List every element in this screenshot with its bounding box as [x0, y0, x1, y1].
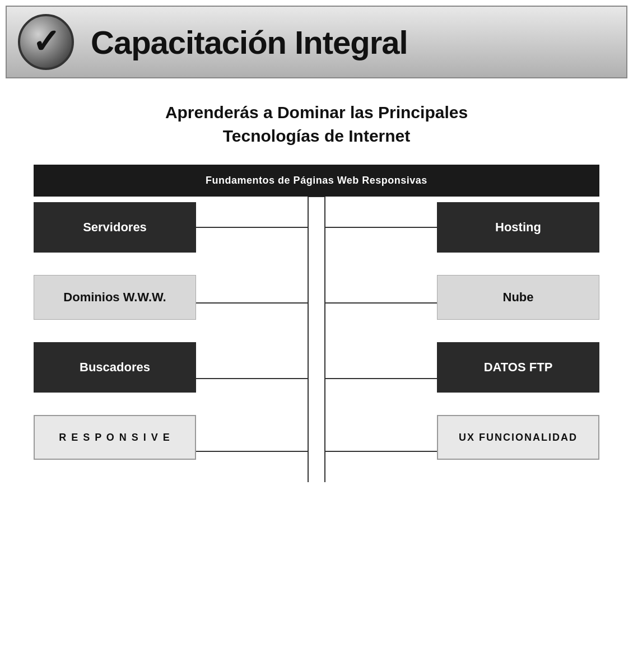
checkmark-circle: ✓ — [18, 14, 74, 70]
box-servidores: Servidores — [34, 202, 196, 253]
row-4: R E S P O N S I V E UX FUNCIONALIDAD — [34, 415, 599, 460]
header-title: Capacitación Integral — [91, 24, 408, 61]
row-2: Dominios W.W.W. Nube — [34, 275, 599, 320]
box-ux-funcionalidad: UX FUNCIONALIDAD — [437, 415, 599, 460]
subtitle: Aprenderás a Dominar las Principales Tec… — [0, 101, 633, 148]
header: ✓ Capacitación Integral — [6, 6, 627, 78]
subtitle-line1: Aprenderás a Dominar las Principales — [0, 101, 633, 124]
box-datos-ftp: DATOS FTP — [437, 342, 599, 393]
checkmark-icon: ✓ — [32, 25, 60, 59]
top-bar: Fundamentos de Páginas Web Responsivas — [34, 165, 599, 197]
subtitle-line2: Tecnologías de Internet — [0, 124, 633, 148]
box-buscadores: Buscadores — [34, 342, 196, 393]
box-dominios: Dominios W.W.W. — [34, 275, 196, 320]
box-responsive: R E S P O N S I V E — [34, 415, 196, 460]
row-1: Servidores Hosting — [34, 202, 599, 253]
box-hosting: Hosting — [437, 202, 599, 253]
row-3: Buscadores DATOS FTP — [34, 342, 599, 393]
diagram: Fundamentos de Páginas Web Responsivas — [34, 165, 599, 482]
box-nube: Nube — [437, 275, 599, 320]
